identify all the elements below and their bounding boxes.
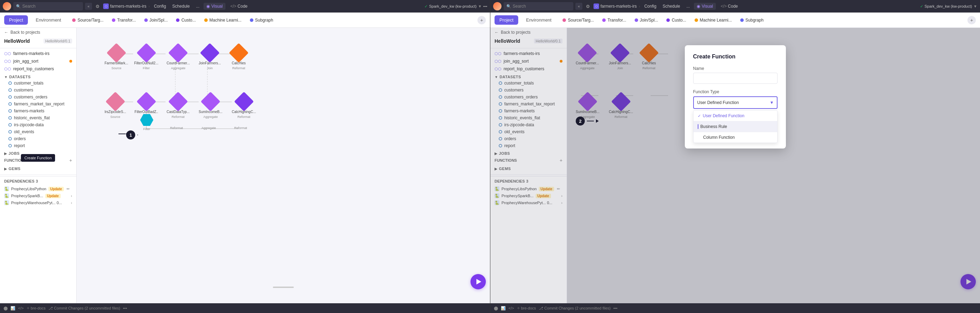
node-filteroutnull[interactable]: FilterOutNull2... Filter bbox=[134, 46, 158, 70]
bottom-commit-right[interactable]: ⎇ Commit Changes (2 uncommitted files) bbox=[539, 306, 611, 311]
collapse-btn-left[interactable]: « bbox=[85, 3, 92, 10]
dataset-circle-4 bbox=[8, 109, 12, 113]
gear-icon-right[interactable]: ⚙ bbox=[584, 3, 592, 10]
pipeline-tab-5[interactable]: Subgraph bbox=[247, 16, 277, 24]
project-tab-right[interactable]: Project bbox=[495, 15, 518, 25]
right-pipeline-tab-5[interactable]: Subgraph bbox=[737, 16, 767, 24]
sidebar-pipeline-2[interactable]: ⬡⬡ report_top_customers bbox=[0, 65, 76, 73]
function-name-input[interactable] bbox=[693, 73, 778, 84]
dep-badge-0[interactable]: Update bbox=[48, 187, 64, 191]
dataset-4[interactable]: farmers-markets bbox=[0, 107, 76, 114]
node-countfarmer[interactable]: CountFarmer... Aggregate bbox=[167, 46, 190, 70]
dropdown-option-business-rule[interactable]: Business Rule bbox=[694, 122, 777, 132]
bottom-circle-left[interactable]: ⬤ bbox=[3, 306, 8, 311]
bottom-commit-left[interactable]: ⎇ Commit Changes (2 uncommitted files) bbox=[48, 306, 120, 311]
schedule-btn-right[interactable]: Schedule bbox=[660, 3, 682, 9]
bottom-bar-left: ⬤ 📊 </> ✧ bre-docs ⎇ Commit Changes (2 u… bbox=[0, 303, 490, 313]
dataset-1[interactable]: customers bbox=[0, 87, 76, 93]
node-sumincome[interactable]: SumIncomeB... Aggregate bbox=[199, 95, 222, 119]
pipeline-tab-0[interactable]: Source/Targ... bbox=[68, 16, 107, 24]
right-pipeline-tab-2[interactable]: Join/Spl... bbox=[631, 16, 662, 24]
project-tab-left[interactable]: Project bbox=[4, 15, 28, 25]
code-btn-left[interactable]: </> Code bbox=[228, 3, 250, 10]
schedule-btn-left[interactable]: Schedule bbox=[170, 3, 192, 9]
bottom-code-right[interactable]: </> bbox=[509, 306, 514, 310]
right-pipeline-tab-3[interactable]: Custo... bbox=[663, 16, 689, 24]
bottom-bre-docs-left[interactable]: ✧ bre-docs bbox=[27, 306, 46, 311]
dataset-3[interactable]: farmers_market_tax_report bbox=[0, 101, 76, 107]
unsaved-dot-1 bbox=[69, 60, 72, 63]
gems-header-left[interactable]: ▶ Gems bbox=[0, 164, 76, 171]
right-pipeline-tab-4[interactable]: Machine Learni... bbox=[691, 16, 735, 24]
node-shape-irszipcode bbox=[106, 92, 126, 112]
right-panel: 🔍 Search « ⚙ ⬡ farmers-markets-irs › Con… bbox=[490, 0, 980, 313]
search-box-right[interactable]: 🔍 Search bbox=[504, 2, 573, 10]
node-farmersmark[interactable]: FarmersMark... Source bbox=[105, 46, 128, 70]
sidebar-pipeline-1[interactable]: ⬡⬡ join_agg_sort bbox=[0, 57, 76, 65]
dep-expand-1[interactable]: › bbox=[71, 194, 72, 198]
dropdown-options-list: ✓ User Defined Function Business Rule Co… bbox=[693, 110, 778, 143]
datasets-header-left[interactable]: ▼ Datasets bbox=[0, 73, 76, 80]
dataset-circle-3 bbox=[8, 102, 12, 106]
dataset-5[interactable]: historic_events_flat bbox=[0, 114, 76, 122]
dataset-6[interactable]: irs-zipcode-data bbox=[0, 122, 76, 128]
config-btn-right[interactable]: Config bbox=[642, 3, 659, 9]
farmers-project-left: ⬡ farmers-markets-irs bbox=[103, 3, 146, 9]
visual-btn-left[interactable]: ◉ Visual bbox=[204, 3, 225, 10]
right-pipeline-tab-0[interactable]: Source/Targ... bbox=[559, 16, 597, 24]
pipeline-tab-4[interactable]: Machine Learni... bbox=[201, 16, 245, 24]
config-btn-left[interactable]: Config bbox=[152, 3, 168, 9]
more-btn-left[interactable]: ... bbox=[194, 3, 201, 9]
run-button-left[interactable] bbox=[471, 274, 486, 289]
node-teal-hex[interactable]: Filter bbox=[140, 114, 153, 131]
add-pipeline-tab-btn[interactable]: + bbox=[477, 16, 486, 24]
dropdown-option-udf[interactable]: ✓ User Defined Function bbox=[694, 111, 777, 122]
code-btn-right[interactable]: </> Code bbox=[718, 3, 741, 10]
bottom-bre-docs-right[interactable]: ✧ bre-docs bbox=[517, 306, 536, 311]
dataset-2[interactable]: customers_orders bbox=[0, 93, 76, 101]
divider-2 bbox=[0, 174, 76, 175]
function-type-select[interactable]: User Defined Function Business Rule Colu… bbox=[693, 96, 778, 109]
bottom-code-left[interactable]: </> bbox=[18, 306, 24, 310]
dataset-0[interactable]: customer_totals bbox=[0, 80, 76, 87]
pipeline-tab-2[interactable]: Join/Spl... bbox=[141, 16, 172, 24]
dataset-9[interactable]: report bbox=[0, 142, 76, 149]
pipeline-tab-3[interactable]: Custo... bbox=[172, 16, 199, 24]
dot-menu-left[interactable]: ••• bbox=[483, 4, 487, 8]
dep-expand-2[interactable]: › bbox=[71, 201, 72, 205]
visual-btn-right[interactable]: ◉ Visual bbox=[694, 3, 716, 10]
dep-edit-0[interactable]: ✏ bbox=[67, 187, 70, 191]
bottom-circle-right[interactable]: ⬤ bbox=[494, 306, 498, 311]
node-irszipcode[interactable]: IrsZipcodeS... Source bbox=[105, 95, 126, 119]
dataset-7[interactable]: old_events bbox=[0, 128, 76, 135]
environment-tab-right[interactable]: Environment bbox=[521, 15, 556, 25]
pipeline-icon-1: ⬡⬡ bbox=[4, 59, 11, 64]
bottom-chart-right[interactable]: 📊 bbox=[501, 306, 506, 311]
dep-badge-1[interactable]: Update bbox=[45, 194, 60, 198]
dataset-8[interactable]: orders bbox=[0, 135, 76, 142]
node-joinfarmers[interactable]: JoinFarmers... Join bbox=[199, 46, 221, 70]
dep-icon-1: 🐍 bbox=[4, 193, 9, 198]
node-castdata[interactable]: CastDataTyp... Reformat bbox=[167, 95, 189, 119]
collapse-btn-right[interactable]: « bbox=[575, 3, 582, 10]
sidebar-pipeline-0[interactable]: ⬡⬡ farmers-markets-irs bbox=[0, 50, 76, 57]
node-calchighingc[interactable]: CalcHighingC... Reformat bbox=[232, 95, 256, 119]
dataset-circle-6 bbox=[8, 123, 12, 126]
gear-icon-left[interactable]: ⚙ bbox=[94, 3, 101, 10]
node-shape-farmersmark bbox=[107, 43, 127, 63]
deps-section-left: DEPENDENCIES 3 🐍 ProphecyLibsPython Upda… bbox=[0, 176, 76, 209]
bottom-more-left[interactable]: ••• bbox=[123, 306, 127, 310]
add-pipeline-tab-btn-right[interactable]: + bbox=[967, 16, 976, 24]
create-function-modal: Create Function Name Function Type User … bbox=[685, 45, 786, 149]
environment-tab-left[interactable]: Environment bbox=[31, 15, 66, 25]
bottom-more-right[interactable]: ••• bbox=[613, 306, 617, 310]
node-calchies[interactable]: CalcHies Reformat bbox=[232, 46, 246, 70]
bottom-chart-left[interactable]: 📊 bbox=[10, 306, 15, 311]
pipeline-tab-1[interactable]: Transfor... bbox=[108, 16, 139, 24]
right-pipeline-tab-1[interactable]: Transfor... bbox=[599, 16, 630, 24]
dropdown-option-column-fn[interactable]: Column Function bbox=[694, 132, 777, 142]
search-box-left[interactable]: 🔍 Search bbox=[13, 2, 83, 10]
back-to-projects-left[interactable]: ← Back to projects bbox=[0, 28, 76, 37]
more-btn-right[interactable]: ... bbox=[684, 3, 692, 9]
add-function-btn-left[interactable]: + bbox=[69, 158, 72, 163]
